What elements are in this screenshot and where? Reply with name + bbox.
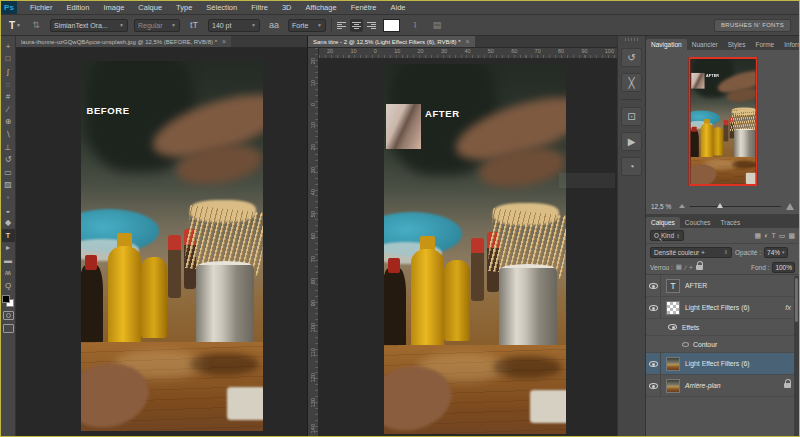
path-selection-tool[interactable]: ▸ <box>2 242 15 255</box>
close-icon[interactable]: × <box>222 38 226 45</box>
lasso-tool[interactable]: ʃ <box>2 65 15 78</box>
history-panel-icon[interactable]: ↺ <box>621 48 642 67</box>
font-family-select[interactable]: SimianText Ora... ▼ <box>50 19 128 32</box>
document-tab-before[interactable]: laura-thonne-uzGQwQBApcw-unsplash.jpg @ … <box>16 36 231 47</box>
eye-cell[interactable] <box>646 353 661 374</box>
contour-label[interactable]: Contour <box>693 341 717 348</box>
dodge-tool[interactable]: ◒ <box>2 204 15 217</box>
zoom-slider[interactable] <box>690 206 781 207</box>
shape-tool[interactable]: ▬ <box>2 254 15 267</box>
image-after[interactable]: AFTER <box>384 64 566 434</box>
eyedropper-tool[interactable]: ∕ <box>2 103 15 116</box>
marquee-tool[interactable]: □ <box>2 53 15 66</box>
layer-row-contour[interactable]: Contour <box>646 336 799 353</box>
layer-row-selected[interactable]: Light Effect Filters (6) <box>646 353 799 375</box>
menu-fenetre[interactable]: Fenêtre <box>344 3 384 12</box>
layer-thumbnail-text[interactable]: T <box>666 279 680 293</box>
healing-brush-tool[interactable]: ⊕ <box>2 116 15 129</box>
menu-affichage[interactable]: Affichage <box>298 3 343 12</box>
layer-thumbnail-photo[interactable] <box>666 379 680 393</box>
eye-cell[interactable] <box>646 375 661 396</box>
horizontal-ruler[interactable]: 20100102030405060708090100 <box>319 48 617 59</box>
filter-pixel-layers-icon[interactable]: ▦ <box>755 232 762 240</box>
color-swatches[interactable] <box>2 295 14 307</box>
menu-3d[interactable]: 3D <box>275 3 299 12</box>
navigator-preview[interactable]: AFTER <box>688 57 757 186</box>
zoom-slider-thumb[interactable] <box>717 203 723 208</box>
lock-transparency-icon[interactable]: ▦ <box>676 263 682 271</box>
tab-styles[interactable]: Styles <box>723 39 751 50</box>
visibility-eye-icon[interactable] <box>668 324 677 330</box>
layer-name[interactable]: Arrière-plan <box>685 382 721 389</box>
history-brush-tool[interactable]: ↺ <box>2 153 15 166</box>
crop-tool[interactable]: # <box>2 90 15 103</box>
layer-row-text[interactable]: T AFTER <box>646 275 799 297</box>
type-tool[interactable]: T <box>2 229 15 242</box>
fill-field[interactable]: 100% <box>772 262 795 273</box>
close-icon[interactable]: × <box>466 38 470 45</box>
screen-mode-button[interactable] <box>3 324 14 333</box>
zoom-out-icon[interactable] <box>679 204 685 208</box>
menu-image[interactable]: Image <box>96 3 131 12</box>
eye-cell[interactable] <box>646 297 661 318</box>
canvas-after[interactable]: 20100102030405060708090100 2010010203040… <box>308 48 617 436</box>
character-panel-icon[interactable]: ╳ <box>621 73 642 92</box>
blend-mode-select[interactable]: Densité couleur + ⇕ <box>650 247 732 258</box>
filter-type-layers-icon[interactable]: T <box>771 232 775 240</box>
layer-name[interactable]: Light Effect Filters (6) <box>685 304 749 311</box>
warp-text-icon[interactable]: ʇ <box>407 18 423 32</box>
opacity-field[interactable]: 74% ▾ <box>764 247 788 258</box>
fx-badge[interactable]: fx <box>785 303 791 312</box>
lock-position-icon[interactable]: + <box>689 264 693 271</box>
layer-name[interactable]: AFTER <box>685 282 707 289</box>
visibility-eye-icon[interactable] <box>649 383 658 389</box>
workspace-switcher-button[interactable]: BRUSHES N' FONTS <box>714 19 791 32</box>
text-color-swatch[interactable] <box>383 19 400 32</box>
menu-calque[interactable]: Calque <box>131 3 169 12</box>
tab-calques[interactable]: Calques <box>646 217 680 228</box>
tab-traces[interactable]: Tracés <box>716 217 746 228</box>
blur-tool[interactable]: ◦ <box>2 191 15 204</box>
menu-edition[interactable]: Edition <box>60 3 97 12</box>
tab-couches[interactable]: Couches <box>680 217 716 228</box>
eraser-tool[interactable]: ▭ <box>2 166 15 179</box>
type-tool-preset-icon[interactable]: T ▼ <box>5 18 25 33</box>
font-size-select[interactable]: 140 pt ▼ <box>208 19 260 32</box>
filter-shape-layers-icon[interactable]: ▭ <box>779 232 786 240</box>
tab-forme[interactable]: Forme <box>750 39 779 50</box>
move-tool[interactable]: + <box>2 40 15 53</box>
visibility-eye-icon[interactable] <box>649 305 658 311</box>
clone-stamp-tool[interactable]: ⊥ <box>2 141 15 154</box>
layer-filter-select[interactable]: Kind ⇕ <box>650 230 684 241</box>
filter-adjustment-layers-icon[interactable]: ◐ <box>764 232 768 240</box>
clone-source-panel-icon[interactable]: ⊡ <box>621 107 642 126</box>
zoom-in-icon[interactable] <box>786 203 794 210</box>
lock-all-icon[interactable] <box>696 265 703 270</box>
effects-label[interactable]: Effets <box>682 324 699 331</box>
layer-row-fx[interactable]: Light Effect Filters (6) fx <box>646 297 799 319</box>
brush-tool[interactable]: ∖ <box>2 128 15 141</box>
quick-selection-tool[interactable]: ◌ <box>2 78 15 91</box>
font-style-select[interactable]: Regular ▼ <box>134 19 180 32</box>
menu-aide[interactable]: Aide <box>383 3 412 12</box>
timeline-panel-icon[interactable]: ◔ <box>621 157 642 176</box>
zoom-tool[interactable]: Q <box>2 279 15 292</box>
menu-selection[interactable]: Sélection <box>199 3 244 12</box>
visibility-eye-icon[interactable] <box>649 283 658 289</box>
toggle-panels-icon[interactable]: ▤ <box>429 18 445 32</box>
canvas-before[interactable]: BEFORE <box>16 48 307 436</box>
align-center-button[interactable] <box>350 19 363 32</box>
layer-name[interactable]: Light Effect Filters (6) <box>685 360 749 367</box>
image-before[interactable]: BEFORE <box>81 61 263 431</box>
menu-fichier[interactable]: Fichier <box>23 3 60 12</box>
gradient-tool[interactable]: ▨ <box>2 179 15 192</box>
scrollbar-thumb[interactable] <box>795 278 798 322</box>
foreground-color-swatch[interactable] <box>2 295 10 303</box>
hand-tool[interactable]: ʍ <box>2 267 15 280</box>
tab-nuancier[interactable]: Nuancier <box>687 39 723 50</box>
layer-row-effects[interactable]: Effets <box>646 319 799 336</box>
text-orientation-icon[interactable]: ⇅ <box>28 18 44 32</box>
document-tab-after[interactable]: Sans titre - 2 @ 12,5% (Light Effect Fil… <box>308 36 475 47</box>
menu-type[interactable]: Type <box>169 3 199 12</box>
layer-row-background[interactable]: Arrière-plan <box>646 375 799 397</box>
